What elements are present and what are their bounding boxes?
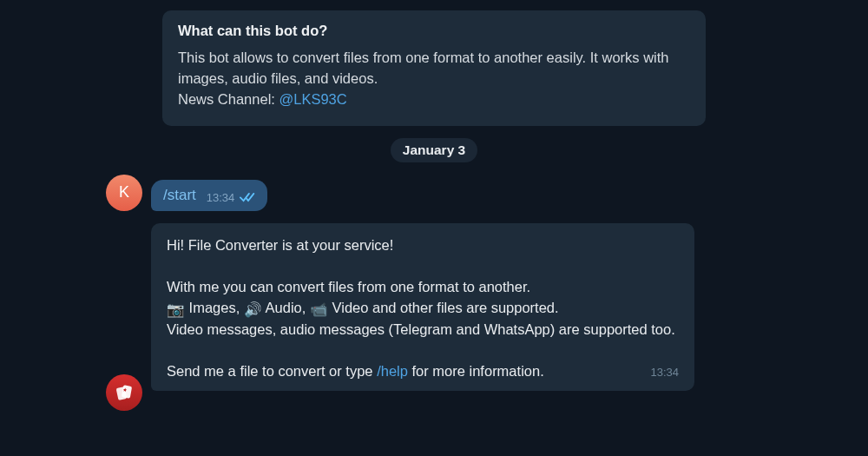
date-label[interactable]: January 3 bbox=[391, 138, 477, 162]
bot-info-card: What can this bot do? This bot allows to… bbox=[162, 10, 706, 126]
bot-line3: Video messages, audio messages (Telegram… bbox=[167, 320, 679, 340]
message-meta: 13:34 bbox=[207, 191, 258, 204]
message-time: 13:34 bbox=[207, 191, 235, 204]
read-ticks-icon bbox=[240, 191, 257, 203]
help-command-link[interactable]: /help bbox=[377, 363, 408, 379]
info-desc: This bot allows to convert files from on… bbox=[178, 48, 690, 110]
cards-icon bbox=[114, 382, 135, 403]
bot-line1: With me you can convert files from one f… bbox=[167, 277, 679, 298]
user-message-bubble[interactable]: /start 13:34 bbox=[151, 180, 267, 211]
bot-line2: 📷 Images, 🔊 Audio, 📹 Video and other fil… bbox=[167, 298, 679, 321]
command-text[interactable]: /start bbox=[163, 187, 196, 204]
camera-icon: 📷 bbox=[167, 300, 185, 321]
info-desc-text: This bot allows to convert files from on… bbox=[178, 50, 669, 86]
news-channel-link[interactable]: @LKS93C bbox=[279, 91, 346, 107]
video-icon: 📹 bbox=[310, 300, 328, 321]
send-suffix: for more information. bbox=[408, 363, 544, 379]
chat-area: What can this bot do? This bot allows to… bbox=[0, 0, 868, 391]
user-message-row: K /start 13:34 bbox=[0, 175, 868, 211]
user-avatar[interactable]: K bbox=[106, 175, 142, 211]
send-prefix: Send me a file to convert or type bbox=[167, 363, 377, 379]
bot-message-row: Hi! File Converter is at your service! W… bbox=[0, 223, 868, 391]
bot-send-line: Send me a file to convert or type /help … bbox=[167, 361, 679, 382]
info-news-prefix: News Channel: bbox=[178, 91, 279, 107]
bot-message-time: 13:34 bbox=[650, 365, 679, 381]
bot-greeting: Hi! File Converter is at your service! bbox=[167, 235, 679, 256]
bot-message-bubble[interactable]: Hi! File Converter is at your service! W… bbox=[151, 223, 694, 391]
avatar-letter: K bbox=[119, 183, 129, 202]
info-title: What can this bot do? bbox=[178, 23, 690, 39]
bot-avatar[interactable] bbox=[106, 374, 142, 411]
speaker-icon: 🔊 bbox=[244, 300, 262, 321]
date-separator: January 3 bbox=[0, 138, 868, 162]
